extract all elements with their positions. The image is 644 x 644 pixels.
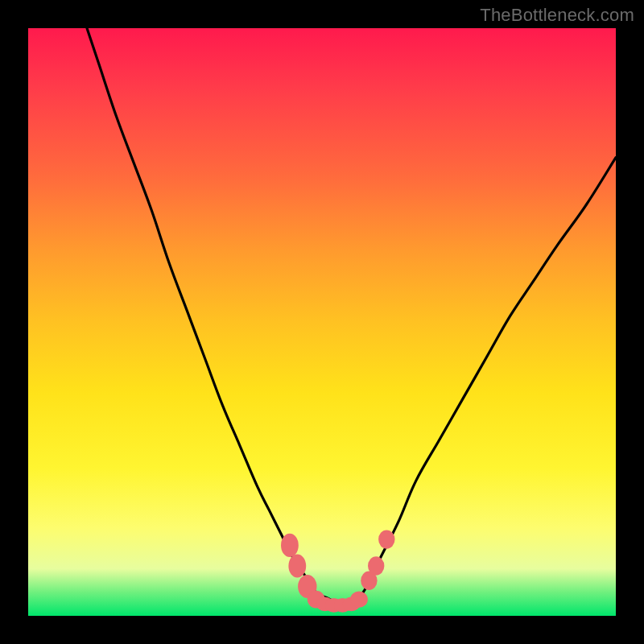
data-point xyxy=(378,530,394,548)
chart-svg xyxy=(28,28,616,616)
plot-area xyxy=(28,28,616,616)
data-point xyxy=(368,556,384,575)
watermark-text: TheBottleneck.com xyxy=(480,5,634,26)
chart-frame: TheBottleneck.com xyxy=(0,0,644,644)
bottleneck-curve xyxy=(87,28,616,605)
data-point xyxy=(350,591,368,607)
data-point xyxy=(281,534,299,557)
data-point-markers xyxy=(281,530,394,612)
data-point xyxy=(288,554,306,577)
